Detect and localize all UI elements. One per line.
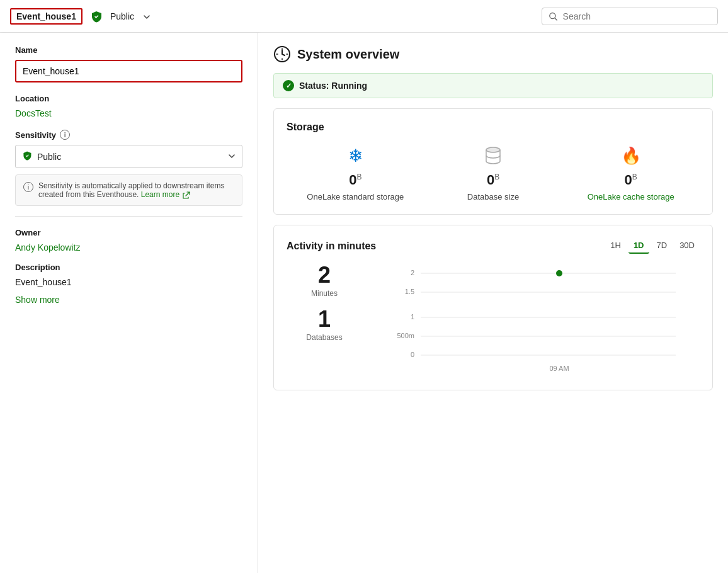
sensitivity-dropdown[interactable]: Public — [15, 145, 242, 168]
activity-card: Activity in minutes 1H 1D 7D 30D 2 Minut… — [273, 225, 713, 390]
tab-30d[interactable]: 30D — [674, 238, 700, 254]
database-icon — [481, 143, 506, 168]
chart-area: 2 1.5 1 500m 0 09 AM — [375, 264, 700, 377]
system-overview-icon — [273, 45, 291, 63]
tab-1d[interactable]: 1D — [628, 238, 649, 254]
tab-7d[interactable]: 7D — [652, 238, 673, 254]
note-info-icon: i — [23, 182, 33, 192]
status-icon — [283, 80, 294, 91]
description-text: Event_house1 — [15, 277, 242, 287]
top-bar: Event_house1 Public — [0, 0, 728, 33]
cache-value: 0B — [625, 172, 637, 188]
activity-chart: 2 1.5 1 500m 0 09 AM — [375, 264, 700, 377]
location-label: Location — [15, 94, 242, 103]
storage-item-database: 0B Database size — [424, 143, 562, 201]
show-more-link[interactable]: Show more — [15, 295, 60, 305]
sensitivity-note-text: Sensitivity is automatically applied to … — [38, 181, 224, 199]
database-value: 0B — [487, 172, 499, 188]
learn-more-link[interactable]: Learn more — [141, 190, 179, 199]
right-panel: System overview Status: Running Storage … — [258, 33, 728, 573]
shield-icon — [90, 10, 103, 23]
owner-link[interactable]: Andy Kopelowitz — [15, 242, 81, 252]
svg-text:2: 2 — [411, 269, 414, 276]
sensitivity-shield-icon — [22, 150, 32, 162]
sensitivity-chevron-icon — [228, 152, 236, 162]
description-label: Description — [15, 263, 242, 272]
sensitivity-value: Public — [37, 152, 61, 162]
sensitivity-label: Sensitivity i — [15, 130, 242, 140]
left-panel: Name Location DocsTest Sensitivity i Pub… — [0, 33, 258, 573]
stat-minutes-label: Minutes — [287, 289, 362, 298]
stat-minutes-value: 2 — [287, 264, 362, 286]
system-overview-title: System overview — [297, 47, 399, 62]
stat-databases: 1 Databases — [287, 308, 362, 342]
storage-item-onelake: ❄ 0B OneLake standard storage — [287, 143, 424, 201]
storage-card: Storage ❄ 0B OneLake standard storage — [273, 108, 713, 215]
location-link[interactable]: DocsTest — [15, 108, 52, 118]
owner-label: Owner — [15, 228, 242, 237]
svg-text:0: 0 — [411, 351, 414, 358]
snowflake-icon: ❄ — [343, 143, 368, 168]
svg-text:500m: 500m — [397, 332, 414, 339]
activity-header: Activity in minutes 1H 1D 7D 30D — [287, 238, 700, 254]
storage-item-cache: 🔥 0B OneLake cache storage — [562, 143, 700, 201]
stat-databases-label: Databases — [287, 333, 362, 342]
name-label: Name — [15, 45, 242, 55]
activity-stats: 2 Minutes 1 Databases — [287, 264, 362, 342]
storage-title: Storage — [287, 122, 700, 133]
sensitivity-info-icon[interactable]: i — [60, 130, 70, 140]
public-label: Public — [110, 11, 134, 21]
svg-line-1 — [555, 18, 557, 20]
chevron-down-icon[interactable] — [143, 13, 151, 20]
sensitivity-note: i Sensitivity is automatically applied t… — [15, 174, 242, 206]
status-text: Status: Running — [299, 81, 367, 91]
page-title: Event_house1 — [10, 8, 82, 25]
fire-icon: 🔥 — [618, 143, 644, 168]
time-tabs: 1H 1D 7D 30D — [605, 238, 700, 254]
onelake-value: 0B — [349, 172, 361, 188]
system-overview-header: System overview — [273, 45, 713, 63]
onelake-label: OneLake standard storage — [307, 192, 404, 201]
svg-text:1.5: 1.5 — [405, 288, 414, 295]
status-bar: Status: Running — [273, 73, 713, 98]
search-box[interactable] — [542, 8, 718, 25]
svg-point-14 — [556, 270, 562, 276]
stat-minutes: 2 Minutes — [287, 264, 362, 298]
svg-text:1: 1 — [411, 313, 414, 321]
external-link-icon — [181, 190, 190, 199]
main-layout: Name Location DocsTest Sensitivity i Pub… — [0, 33, 728, 573]
storage-grid: ❄ 0B OneLake standard storage 0B Databas — [287, 143, 700, 201]
svg-point-3 — [486, 147, 500, 152]
tab-1h[interactable]: 1H — [605, 238, 626, 254]
search-input[interactable] — [563, 11, 711, 21]
search-icon — [549, 11, 558, 21]
activity-body: 2 Minutes 1 Databases 2 1.5 1 50 — [287, 264, 700, 377]
cache-label[interactable]: OneLake cache storage — [588, 192, 674, 201]
activity-title: Activity in minutes — [287, 241, 376, 252]
name-input[interactable] — [15, 60, 242, 82]
svg-text:09 AM: 09 AM — [549, 365, 569, 372]
stat-databases-value: 1 — [287, 308, 362, 331]
database-label: Database size — [467, 192, 519, 201]
